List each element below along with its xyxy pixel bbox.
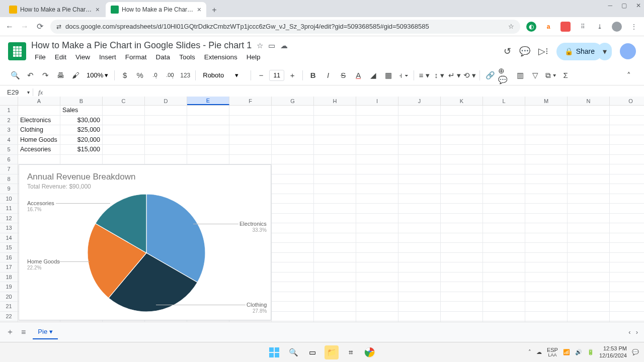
back-button[interactable]: ← — [5, 22, 14, 31]
sheet-scroll-right[interactable]: › — [636, 328, 638, 336]
column-header[interactable]: I — [356, 97, 398, 105]
clock[interactable]: 12:53 PM12/16/2024 — [599, 345, 627, 358]
cell[interactable] — [272, 184, 314, 194]
account-avatar[interactable] — [620, 43, 636, 59]
h-align-button[interactable]: ≡ ▾ — [417, 68, 431, 82]
cell[interactable] — [103, 106, 145, 115]
cell[interactable] — [145, 106, 187, 115]
cell[interactable] — [314, 262, 356, 272]
cell[interactable] — [568, 125, 610, 135]
column-header[interactable]: O — [610, 97, 644, 105]
cell[interactable] — [103, 155, 145, 164]
cell[interactable] — [272, 292, 314, 302]
menu-edit[interactable]: Edit — [51, 52, 70, 62]
start-button[interactable] — [267, 345, 281, 359]
chrome-icon[interactable] — [363, 345, 377, 359]
cell[interactable] — [229, 125, 272, 135]
cell[interactable] — [610, 204, 644, 213]
cell[interactable] — [568, 204, 610, 213]
cell[interactable] — [483, 253, 525, 262]
cell[interactable] — [314, 164, 356, 174]
cell[interactable] — [314, 273, 356, 282]
cell[interactable] — [356, 233, 398, 243]
cell[interactable] — [441, 253, 483, 262]
cell[interactable] — [356, 194, 398, 204]
menu-file[interactable]: File — [31, 52, 49, 62]
insert-chart-button[interactable]: ▥ — [513, 68, 527, 82]
cell[interactable]: $15,000 — [60, 145, 103, 154]
cell[interactable] — [187, 125, 229, 135]
cell[interactable] — [441, 214, 483, 223]
bookmark-star-icon[interactable]: ☆ — [508, 23, 514, 30]
row-header[interactable]: 9 — [0, 184, 18, 194]
cell[interactable] — [441, 106, 483, 115]
cell[interactable] — [441, 262, 483, 272]
menu-data[interactable]: Data — [152, 52, 174, 62]
cell[interactable] — [483, 282, 525, 292]
cell[interactable] — [398, 125, 441, 135]
row-header[interactable]: 22 — [0, 312, 18, 321]
cell[interactable] — [314, 194, 356, 204]
cell[interactable] — [229, 116, 272, 125]
cell[interactable] — [187, 116, 229, 125]
cell[interactable] — [441, 145, 483, 154]
cell[interactable] — [441, 204, 483, 213]
cell[interactable] — [483, 243, 525, 252]
cell[interactable] — [272, 155, 314, 164]
cell[interactable] — [525, 223, 568, 233]
cell[interactable] — [314, 292, 356, 302]
file-explorer-icon[interactable]: 📁 — [325, 345, 339, 359]
cell[interactable] — [441, 116, 483, 125]
cell[interactable] — [398, 164, 441, 174]
text-rotate-button[interactable]: ⟲ ▾ — [462, 68, 476, 82]
cell[interactable] — [272, 253, 314, 262]
cell[interactable] — [398, 302, 441, 311]
cell[interactable] — [356, 223, 398, 233]
cell[interactable] — [398, 155, 441, 164]
cell[interactable] — [398, 292, 441, 302]
column-header[interactable]: G — [272, 97, 314, 105]
history-icon[interactable]: ↺ — [504, 46, 511, 57]
cell[interactable] — [441, 273, 483, 282]
collapse-toolbar-button[interactable]: ˄ — [622, 68, 636, 82]
cell[interactable] — [398, 204, 441, 213]
cell[interactable] — [398, 174, 441, 184]
url-field[interactable]: ⇄ docs.google.com/spreadsheets/d/10Hl01G… — [50, 20, 520, 34]
comments-icon[interactable]: 💬 — [519, 46, 530, 57]
cell[interactable] — [441, 184, 483, 194]
cell[interactable] — [356, 174, 398, 184]
cell[interactable] — [145, 135, 187, 145]
merge-cells-button[interactable]: ⫞ ▾ — [396, 68, 411, 82]
cell[interactable] — [483, 164, 525, 174]
cell[interactable] — [272, 312, 314, 321]
cell[interactable] — [525, 312, 568, 321]
extensions-puzzle-icon[interactable]: ⠿ — [578, 22, 588, 32]
star-icon[interactable]: ☆ — [257, 41, 263, 50]
cell[interactable] — [356, 273, 398, 282]
redo-button[interactable]: ↷ — [38, 68, 52, 82]
sheet-scroll-left[interactable]: ‹ — [628, 328, 630, 336]
chrome-menu-icon[interactable]: ⋮ — [629, 22, 639, 32]
fill-color-button[interactable]: ◢ — [366, 68, 380, 82]
forward-button[interactable]: → — [20, 22, 29, 31]
cell[interactable] — [314, 184, 356, 194]
cell[interactable] — [568, 214, 610, 223]
cell[interactable] — [398, 194, 441, 204]
row-header[interactable]: 15 — [0, 243, 18, 252]
cell[interactable] — [610, 145, 644, 154]
column-header[interactable]: L — [483, 97, 525, 105]
cell[interactable] — [610, 125, 644, 135]
row-header[interactable]: 7 — [0, 164, 18, 174]
cell[interactable] — [356, 204, 398, 213]
borders-button[interactable]: ▦ — [381, 68, 395, 82]
cell[interactable] — [483, 194, 525, 204]
cell[interactable] — [272, 106, 314, 115]
volume-icon[interactable]: 🔊 — [575, 349, 582, 355]
menu-help[interactable]: Help — [243, 52, 264, 62]
cell[interactable] — [398, 116, 441, 125]
cell[interactable] — [145, 145, 187, 154]
cell[interactable] — [441, 312, 483, 321]
cell[interactable] — [18, 106, 60, 115]
cell[interactable] — [272, 282, 314, 292]
cell[interactable] — [483, 262, 525, 272]
